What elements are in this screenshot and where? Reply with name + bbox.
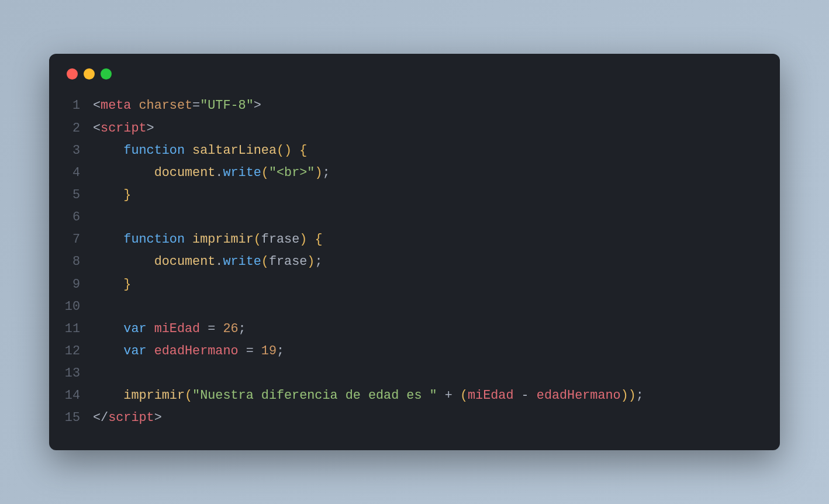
code-line[interactable]: 5 } xyxy=(64,184,765,206)
token-kw-blue: function xyxy=(123,143,185,158)
token-kw-blue: var xyxy=(123,322,146,336)
line-number: 7 xyxy=(64,229,93,251)
token-default xyxy=(307,232,315,247)
code-content[interactable]: <script> xyxy=(93,118,154,140)
token-var-name: edadHermano xyxy=(537,388,621,403)
token-punct: < xyxy=(93,121,101,136)
token-punct: . xyxy=(215,165,223,180)
token-punct: ; xyxy=(315,254,322,269)
token-number: 26 xyxy=(223,322,238,336)
token-param: frase xyxy=(269,254,307,269)
code-line[interactable]: 10 xyxy=(64,296,765,318)
line-number: 3 xyxy=(64,140,93,162)
token-punct: - xyxy=(521,388,529,403)
code-content[interactable]: function imprimir(frase) { xyxy=(93,229,323,251)
token-default xyxy=(239,344,246,358)
code-line[interactable]: 9 } xyxy=(64,274,765,296)
line-number: 4 xyxy=(64,162,93,184)
token-var-name: miEdad xyxy=(468,388,513,403)
code-content[interactable]: } xyxy=(93,184,131,206)
token-punct: ; xyxy=(322,165,330,180)
token-var-name: edadHermano xyxy=(154,344,239,358)
token-punct: > xyxy=(254,98,261,113)
code-line[interactable]: 14 imprimir("Nuestra diferencia de edad … xyxy=(64,385,765,407)
token-punct: = xyxy=(208,322,215,336)
token-punct: > xyxy=(154,410,162,425)
line-number: 13 xyxy=(64,363,93,385)
code-line[interactable]: 11 var miEdad = 26; xyxy=(64,318,765,340)
token-tag: script xyxy=(101,121,146,136)
token-punct: ; xyxy=(239,322,246,336)
line-number: 14 xyxy=(64,385,93,407)
code-area[interactable]: 1<meta charset="UTF-8">2<script>3 functi… xyxy=(64,95,765,429)
code-content[interactable]: function saltarLinea() { xyxy=(93,140,307,162)
token-obj: document xyxy=(154,165,216,180)
token-kw-blue: function xyxy=(123,232,185,247)
token-ident: imprimir xyxy=(123,388,185,403)
code-line[interactable]: 1<meta charset="UTF-8"> xyxy=(64,95,765,117)
code-line[interactable]: 12 var edadHermano = 19; xyxy=(64,340,765,363)
line-number: 11 xyxy=(64,318,93,340)
token-tag: meta xyxy=(101,98,131,113)
token-string: "UTF-8" xyxy=(200,98,254,113)
token-punct: </ xyxy=(93,410,108,425)
line-number: 6 xyxy=(64,206,93,229)
code-content[interactable]: document.write(frase); xyxy=(93,251,323,273)
token-number: 19 xyxy=(261,344,277,358)
token-bracket: ( xyxy=(261,254,269,269)
code-content[interactable]: imprimir("Nuestra diferencia de edad es … xyxy=(93,385,644,407)
code-line[interactable]: 6 xyxy=(64,206,765,229)
token-default xyxy=(131,98,139,113)
maximize-button[interactable] xyxy=(101,68,112,80)
code-line[interactable]: 13 xyxy=(64,363,765,385)
minimize-button[interactable] xyxy=(84,68,95,80)
token-punct: ; xyxy=(636,388,644,403)
token-default xyxy=(254,344,261,358)
token-default xyxy=(453,388,460,403)
token-default xyxy=(147,344,154,358)
token-default xyxy=(215,322,223,336)
token-punct: > xyxy=(147,121,154,136)
code-line[interactable]: 8 document.write(frase); xyxy=(64,251,765,273)
line-number: 9 xyxy=(64,274,93,296)
token-default xyxy=(529,388,537,403)
token-ident: imprimir xyxy=(192,232,254,247)
line-number: 10 xyxy=(64,296,93,318)
token-bracket: ( xyxy=(254,232,261,247)
code-content[interactable]: </script> xyxy=(93,407,162,429)
code-content[interactable]: <meta charset="UTF-8"> xyxy=(93,95,261,117)
token-bracket: ) xyxy=(299,232,307,247)
line-number: 12 xyxy=(64,340,93,363)
token-punct: . xyxy=(215,254,223,269)
token-string: "Nuestra diferencia de edad es " xyxy=(192,388,437,403)
token-bracket: )) xyxy=(621,388,636,403)
token-punct: + xyxy=(445,388,453,403)
code-line[interactable]: 7 function imprimir(frase) { xyxy=(64,229,765,251)
line-number: 15 xyxy=(64,407,93,429)
close-button[interactable] xyxy=(67,68,78,80)
token-default xyxy=(185,232,192,247)
token-string: "<br>" xyxy=(269,165,315,180)
token-param: frase xyxy=(261,232,299,247)
token-bracket: ) xyxy=(307,254,315,269)
code-line[interactable]: 3 function saltarLinea() { xyxy=(64,140,765,162)
code-content[interactable]: var edadHermano = 19; xyxy=(93,340,284,363)
code-line[interactable]: 2<script> xyxy=(64,118,765,140)
token-bracket: ( xyxy=(185,388,192,403)
token-var-name: miEdad xyxy=(154,322,200,336)
token-ident: saltarLinea xyxy=(192,143,277,158)
line-number: 1 xyxy=(64,95,93,117)
code-line[interactable]: 15</script> xyxy=(64,407,765,429)
token-kw-blue: var xyxy=(123,344,146,358)
code-content[interactable]: var miEdad = 26; xyxy=(93,318,246,340)
token-default xyxy=(514,388,521,403)
code-line[interactable]: 4 document.write("<br>"); xyxy=(64,162,765,184)
code-content[interactable]: } xyxy=(93,274,131,296)
window-controls xyxy=(64,68,765,80)
token-bracket: { xyxy=(315,232,322,247)
token-default xyxy=(200,322,208,336)
token-punct: ; xyxy=(277,344,284,358)
code-content[interactable]: document.write("<br>"); xyxy=(93,162,330,184)
token-default xyxy=(437,388,445,403)
token-punct: = xyxy=(246,344,254,358)
